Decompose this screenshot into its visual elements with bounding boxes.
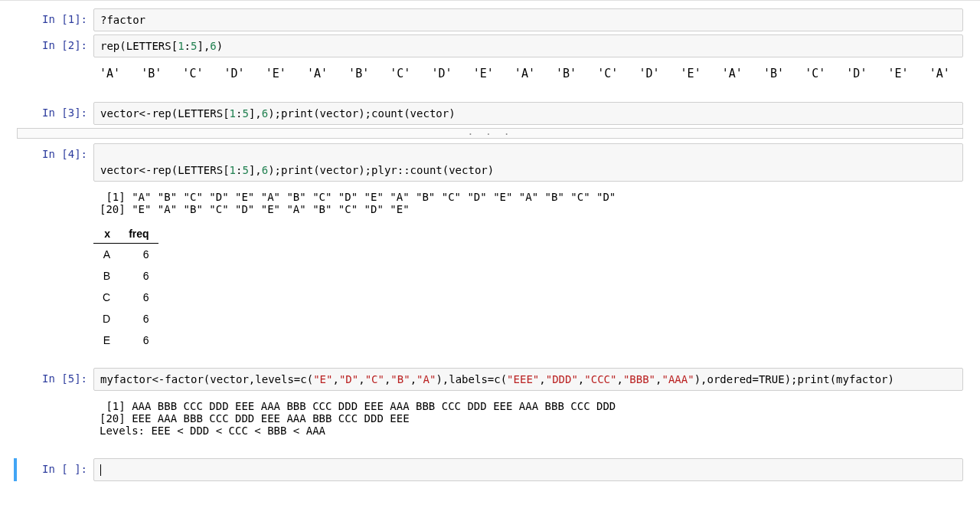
code-cell-active: In [ ]: [0, 458, 980, 481]
code-input[interactable]: vector<-rep(LETTERS[1:5],6);print(vector… [93, 143, 963, 182]
code-cell: In [2]: rep(LETTERS[1:5],6) 'A' 'B' 'C' … [0, 34, 980, 99]
table-row: D6 [93, 308, 158, 329]
code-input[interactable]: rep(LETTERS[1:5],6) [93, 34, 963, 57]
output-text: [1] "A" "B" "C" "D" "E" "A" "B" "C" "D" … [93, 186, 963, 220]
code-input[interactable]: vector<-rep(LETTERS[1:5],6);print(vector… [93, 102, 963, 125]
code-input[interactable] [93, 458, 963, 481]
output-text: [1] AAA BBB CCC DDD EEE AAA BBB CCC DDD … [93, 395, 963, 441]
code-cell: In [3]: vector<-rep(LETTERS[1:5],6);prin… [0, 102, 980, 125]
output-dataframe: x freq A6 B6 C6 D6 E6 [93, 225, 158, 351]
input-prompt: In [4]: [17, 143, 93, 365]
table-header: freq [119, 225, 158, 244]
table-row: B6 [93, 265, 158, 287]
input-prompt: In [3]: [17, 102, 93, 125]
table-row: A6 [93, 244, 158, 266]
code-input[interactable]: myfactor<-factor(vector,levels=c("E","D"… [93, 368, 963, 391]
input-prompt: In [ ]: [17, 458, 93, 481]
input-prompt: In [2]: [17, 34, 93, 99]
input-prompt: In [1]: [17, 8, 93, 31]
code-input[interactable]: ?factor [93, 8, 963, 31]
code-cell: In [4]: vector<-rep(LETTERS[1:5],6);prin… [0, 143, 980, 365]
text-cursor-icon [100, 464, 101, 476]
output-text: 'A' 'B' 'C' 'D' 'E' 'A' 'B' 'C' 'D' 'E' … [93, 62, 963, 85]
notebook-container: In [1]: ?factor In [2]: rep(LETTERS[1:5]… [0, 0, 980, 481]
input-prompt: In [5]: [17, 368, 93, 455]
table-header: x [93, 225, 119, 244]
code-cell: In [5]: myfactor<-factor(vector,levels=c… [0, 368, 980, 455]
table-row: E6 [93, 329, 158, 351]
code-cell: In [1]: ?factor [0, 8, 980, 31]
output-collapsed-toggle[interactable]: . . . [17, 128, 963, 139]
table-row: C6 [93, 287, 158, 308]
